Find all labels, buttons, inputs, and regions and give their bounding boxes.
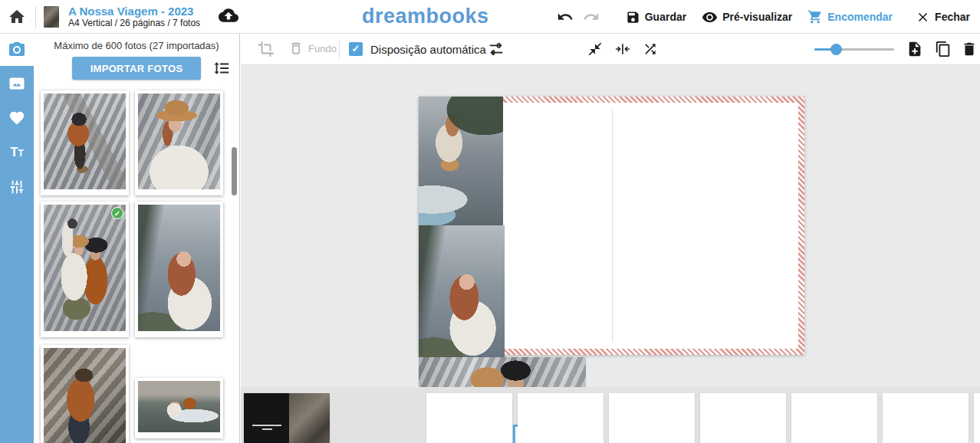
photo-used-badge: ✓ bbox=[111, 207, 123, 219]
heart-icon bbox=[8, 110, 25, 126]
arrows-to-center-icon bbox=[615, 41, 630, 57]
pages-strip-background bbox=[241, 387, 980, 443]
save-icon bbox=[626, 10, 640, 25]
delete-page-button[interactable] bbox=[961, 41, 978, 60]
project-title: A Nossa Viagem - 2023 bbox=[68, 5, 200, 18]
photo-selfie-couple bbox=[44, 205, 126, 331]
canvas bbox=[241, 65, 980, 443]
photos-scrollbar[interactable] bbox=[232, 147, 237, 195]
photo-boat-couple bbox=[138, 381, 220, 432]
photo-thumbnail-woman-hat[interactable] bbox=[135, 90, 223, 195]
tool-text-button[interactable]: TT bbox=[0, 135, 34, 169]
order-label: Encomendar bbox=[827, 11, 893, 23]
collapse-icon bbox=[587, 41, 603, 57]
image-icon bbox=[8, 74, 26, 93]
close-label: Fechar bbox=[935, 11, 970, 23]
order-button[interactable]: Encomendar bbox=[807, 9, 893, 25]
photo-boat-man bbox=[44, 348, 126, 443]
close-button[interactable]: Fechar bbox=[916, 10, 970, 25]
shuffle-icon bbox=[643, 41, 658, 57]
shuffle-layout-button[interactable] bbox=[643, 41, 658, 59]
page-thumbnail-pages-3-4[interactable] bbox=[426, 393, 512, 443]
photo-lake-woman bbox=[138, 205, 220, 331]
tool-adjustments-button[interactable] bbox=[0, 169, 34, 204]
zoom-slider[interactable] bbox=[814, 34, 894, 65]
cloud-sync-button[interactable] bbox=[217, 5, 240, 28]
trash-icon bbox=[961, 41, 978, 57]
delete-background-button[interactable]: Fundo bbox=[288, 41, 337, 56]
add-page-icon bbox=[906, 41, 923, 57]
auto-layout-checkbox[interactable]: ✓ bbox=[349, 42, 363, 56]
tool-camera-button[interactable] bbox=[0, 34, 34, 66]
preview-button[interactable]: Pré-visualizar bbox=[702, 9, 792, 25]
layout-options-button[interactable] bbox=[488, 41, 505, 60]
crop-icon bbox=[258, 41, 275, 57]
photos-panel: Máximo de 600 fotos (27 importadas) IMPO… bbox=[34, 34, 240, 443]
tune-icon bbox=[488, 41, 505, 57]
crop-button[interactable] bbox=[258, 41, 275, 60]
save-label: Guardar bbox=[645, 11, 686, 23]
save-button[interactable]: Guardar bbox=[626, 10, 686, 25]
photo-thumbnail-selfie-couple[interactable]: ✓ bbox=[41, 202, 129, 337]
redo-icon bbox=[583, 8, 600, 25]
zoom-slider-handle[interactable] bbox=[830, 44, 842, 55]
topbar-divider bbox=[35, 5, 36, 28]
shrink-layout-button[interactable] bbox=[587, 41, 603, 59]
logo: dreambooks bbox=[362, 5, 489, 28]
book-spread[interactable] bbox=[419, 97, 804, 355]
redo-button[interactable] bbox=[583, 8, 600, 25]
spread-photo-lake-woman[interactable] bbox=[419, 225, 505, 357]
home-icon bbox=[8, 8, 26, 26]
spread-photos bbox=[419, 97, 804, 355]
page-thumbnail-pages-7-8[interactable] bbox=[609, 393, 695, 443]
left-toolbar-rail: TT bbox=[0, 34, 34, 443]
merge-pages-button[interactable] bbox=[615, 41, 630, 59]
eye-icon bbox=[702, 9, 718, 25]
photo-thumbnail-marble-man[interactable] bbox=[41, 90, 129, 195]
photo-thumbnail-boat-couple[interactable] bbox=[135, 378, 223, 438]
auto-layout-label: Disposição automática bbox=[370, 34, 486, 65]
photo-marble-man bbox=[44, 94, 126, 189]
photo-thumbnail-lake-woman[interactable] bbox=[135, 202, 223, 337]
page-thumbnail-pages-11-12[interactable] bbox=[791, 393, 877, 443]
tool-photos-button[interactable] bbox=[0, 66, 34, 100]
editor-toolbar: Fundo ✓ Disposição automática bbox=[241, 34, 980, 65]
rail-tools: TT bbox=[0, 66, 34, 443]
spread-photo-boat-reach[interactable] bbox=[419, 97, 503, 225]
preview-label: Pré-visualizar bbox=[722, 11, 792, 23]
page-thumbnail-pages-9-10[interactable] bbox=[700, 393, 786, 443]
copy-icon bbox=[935, 41, 952, 57]
camera-icon bbox=[8, 41, 26, 59]
pages-strip bbox=[241, 387, 980, 443]
page-thumbnail-pages-13-14[interactable] bbox=[883, 393, 968, 443]
project-cover-thumbnail[interactable] bbox=[44, 6, 59, 28]
undo-button[interactable] bbox=[557, 8, 574, 25]
project-subtitle: A4 Vertical / 26 páginas / 7 fotos bbox=[68, 18, 200, 29]
text-icon: TT bbox=[10, 146, 24, 159]
page-thumbnail-pages-15-16[interactable] bbox=[974, 393, 980, 443]
photo-thumbnail-boat-man[interactable] bbox=[41, 345, 129, 443]
toolbar-divider bbox=[339, 40, 340, 59]
photo-woman-hat bbox=[138, 94, 220, 189]
cover-title-lines bbox=[252, 425, 281, 430]
tool-favorites-button[interactable] bbox=[0, 100, 34, 135]
close-icon bbox=[916, 10, 930, 25]
duplicate-page-button[interactable] bbox=[935, 41, 952, 60]
page-thumbnail-pages-5-6[interactable] bbox=[518, 393, 603, 443]
add-page-button[interactable] bbox=[906, 41, 923, 60]
home-button[interactable] bbox=[8, 8, 26, 26]
cover-photo bbox=[289, 393, 330, 443]
photo-grid: ✓ bbox=[34, 34, 239, 443]
page-thumbnail-cover[interactable] bbox=[244, 393, 330, 443]
adjustments-icon bbox=[8, 179, 25, 195]
background-label: Fundo bbox=[308, 43, 337, 54]
topbar: A Nossa Viagem - 2023 A4 Vertical / 26 p… bbox=[0, 0, 980, 34]
cart-icon bbox=[807, 9, 823, 25]
cloud-upload-icon bbox=[217, 5, 240, 25]
undo-icon bbox=[557, 8, 574, 25]
trash-outline-icon bbox=[288, 41, 304, 56]
